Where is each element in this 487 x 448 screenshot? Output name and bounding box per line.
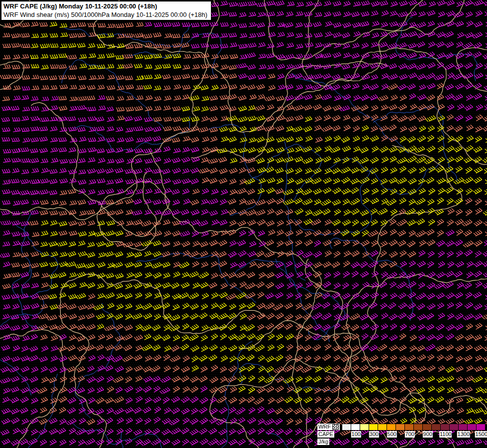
legend-tick: 300	[369, 431, 379, 438]
legend-tick: 1500	[475, 431, 487, 438]
legend-color-cell	[449, 424, 459, 431]
title-box: WRF CAPE (J/kg) Monday 10-11-2025 00:00 …	[1, 1, 211, 20]
legend-color-cell	[395, 424, 405, 431]
legend-model-text: WRF	[318, 424, 331, 430]
weather-map-frame: WRF CAPE (J/kg) Monday 10-11-2025 00:00 …	[0, 0, 487, 448]
legend-tick: 1300	[457, 431, 470, 438]
legend-colorbar	[342, 424, 486, 431]
legend-color-cell	[404, 424, 414, 431]
legend-tick: 100	[351, 431, 361, 438]
legend-units-label: J/kg	[317, 439, 329, 445]
wind-barb-field	[0, 0, 487, 448]
legend-color-cell	[458, 424, 468, 431]
legend-color-cell	[431, 424, 441, 431]
legend-scale: 100300500700900110013001500	[342, 424, 486, 438]
map-title-wind-shear: WRF Wind shear (m/s) 500/1000hPa Monday …	[3, 10, 207, 19]
legend-color-cell	[467, 424, 477, 431]
legend-labels: WRF CAPE J/kg	[317, 424, 340, 446]
legend-color-cell	[342, 424, 351, 431]
legend-tick: 500	[387, 431, 397, 438]
cape-legend: WRF CAPE J/kg 10030050070090011001300150…	[317, 424, 486, 446]
legend-color-cell	[351, 424, 360, 431]
legend-color-cell	[440, 424, 450, 431]
legend-color-cell	[387, 424, 396, 431]
legend-color-cell	[378, 424, 387, 431]
legend-tick-labels: 100300500700900110013001500	[342, 431, 486, 438]
legend-tick: 700	[405, 431, 415, 438]
legend-color-cell	[422, 424, 432, 431]
legend-color-cell	[360, 424, 369, 431]
legend-tick: 900	[423, 431, 433, 438]
legend-model-label: WRF	[317, 424, 340, 430]
legend-color-cell	[413, 424, 423, 431]
model-flag-icon	[332, 424, 339, 430]
legend-color-cell	[476, 424, 486, 431]
legend-parameter-label: CAPE	[317, 431, 334, 438]
legend-color-cell	[369, 424, 378, 431]
map-title-cape: WRF CAPE (J/kg) Monday 10-11-2025 00:00 …	[3, 2, 207, 10]
legend-tick: 1100	[439, 431, 452, 438]
